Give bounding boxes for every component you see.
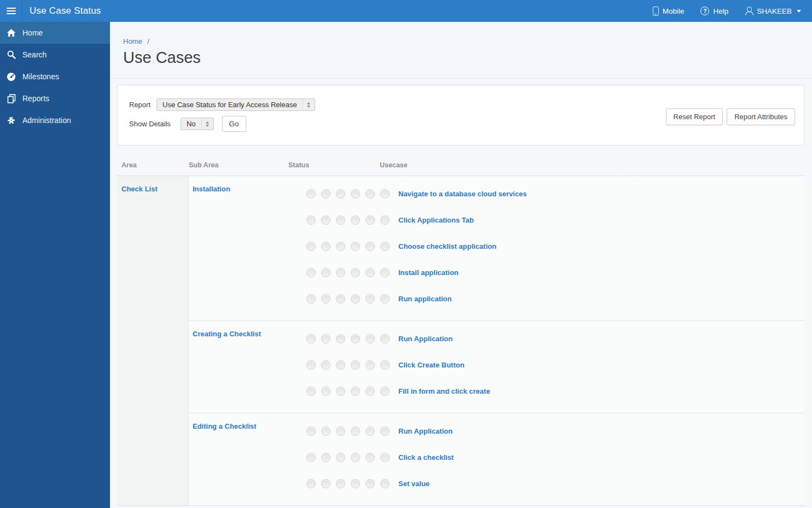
status-circle[interactable] [321,479,330,488]
status-circle[interactable] [366,360,375,370]
usecase-link[interactable]: Run Application [398,335,453,343]
status-circle[interactable] [351,479,360,488]
report-attributes-button[interactable]: Report Attributes [727,108,795,125]
status-circle[interactable] [321,189,330,198]
status-circle[interactable] [306,294,316,303]
status-circle[interactable] [336,427,345,436]
breadcrumb-home-link[interactable]: Home [123,37,142,45]
status-circle[interactable] [380,242,390,251]
status-circle[interactable] [336,268,345,277]
status-circle[interactable] [306,189,316,198]
go-button[interactable]: Go [222,116,246,132]
status-circle[interactable] [380,215,390,225]
help-button[interactable]: ? Help [700,7,728,15]
topbar-actions: Mobile ? Help SHAKEEB [653,7,812,16]
status-circle[interactable] [306,334,316,343]
status-circle[interactable] [306,215,316,225]
usecase-link[interactable]: Set value [398,480,430,488]
status-circle[interactable] [351,334,360,343]
subarea-group: Editing a Checklist Run Application Clic… [189,413,804,505]
status-circle[interactable] [380,427,390,436]
status-circle[interactable] [336,387,345,396]
usecase-link[interactable]: Click a checklist [398,453,454,462]
status-circle[interactable] [306,360,316,370]
status-circle[interactable] [336,360,345,370]
status-circle[interactable] [336,215,345,225]
status-circle[interactable] [380,334,390,343]
status-circle[interactable] [351,387,360,396]
status-circle[interactable] [306,242,316,251]
sidebar-item-home[interactable]: Home [0,22,110,44]
sidebar-toggle-button[interactable] [0,0,22,22]
status-circle[interactable] [380,268,390,277]
status-circle[interactable] [366,334,375,343]
usecase-link[interactable]: Choose checklist application [398,242,496,250]
status-circle[interactable] [366,427,375,436]
status-circle[interactable] [380,479,390,488]
status-circle[interactable] [336,242,345,251]
status-circle[interactable] [366,189,375,198]
status-circle[interactable] [321,294,330,303]
subarea-link[interactable]: Installation [193,185,230,193]
status-circle[interactable] [380,294,390,303]
status-circle[interactable] [380,387,390,396]
status-circle[interactable] [366,453,375,462]
reset-report-button[interactable]: Reset Report [666,108,723,125]
area-link[interactable]: Check List [121,185,158,193]
status-circle[interactable] [306,427,316,436]
sidebar-item-reports[interactable]: Reports [0,87,110,109]
sidebar-item-milestones[interactable]: Milestones [0,66,110,87]
status-circle[interactable] [306,453,316,462]
status-circle[interactable] [321,453,330,462]
status-circle[interactable] [351,268,360,277]
status-circle[interactable] [351,360,360,370]
status-circle[interactable] [321,334,330,343]
status-circle[interactable] [306,387,316,396]
status-circle[interactable] [351,242,360,251]
status-circle[interactable] [351,453,360,462]
status-circle[interactable] [366,215,375,225]
usecase-link[interactable]: Click Create Button [398,361,465,369]
subarea-link[interactable]: Editing a Checklist [193,422,256,430]
status-circle[interactable] [336,334,345,343]
usecase-link[interactable]: Run Application [398,427,453,435]
sidebar-item-search[interactable]: Search [0,44,110,66]
status-circle[interactable] [380,189,390,198]
status-circle[interactable] [366,479,375,488]
gear-icon [0,117,22,124]
subarea-link[interactable]: Creating a Checklist [193,330,261,338]
status-circle[interactable] [336,189,345,198]
status-circle[interactable] [321,242,330,251]
status-circle[interactable] [351,427,360,436]
status-circle[interactable] [321,360,330,370]
status-circle[interactable] [366,294,375,303]
usecase-link[interactable]: Click Applications Tab [398,216,474,224]
status-circle[interactable] [366,268,375,277]
usecase-link[interactable]: Install application [398,268,459,277]
mobile-button[interactable]: Mobile [653,7,685,16]
show-details-select[interactable]: No [181,118,214,130]
user-menu-button[interactable]: SHAKEEB [745,7,801,15]
status-circle[interactable] [351,215,360,225]
status-circle[interactable] [336,479,345,488]
status-circle[interactable] [336,453,345,462]
report-select[interactable]: Use Case Status for Early Access Release [156,98,315,111]
status-circle[interactable] [321,427,330,436]
usecase-link[interactable]: Fill in form and click create [398,387,490,395]
status-circle[interactable] [380,453,390,462]
status-circle[interactable] [321,268,330,277]
status-circle[interactable] [306,479,316,488]
status-circle[interactable] [321,387,330,396]
status-circles [306,453,395,462]
status-circle[interactable] [351,294,360,303]
status-circle[interactable] [366,242,375,251]
usecase-link[interactable]: Navigate to a database cloud services [398,190,527,198]
status-circle[interactable] [351,189,360,198]
status-circle[interactable] [380,360,390,370]
sidebar-item-administration[interactable]: Administration [0,109,110,131]
usecase-link[interactable]: Run application [398,295,452,303]
status-circle[interactable] [306,268,316,277]
status-circle[interactable] [366,387,375,396]
status-circle[interactable] [321,215,330,225]
status-circle[interactable] [336,294,345,303]
